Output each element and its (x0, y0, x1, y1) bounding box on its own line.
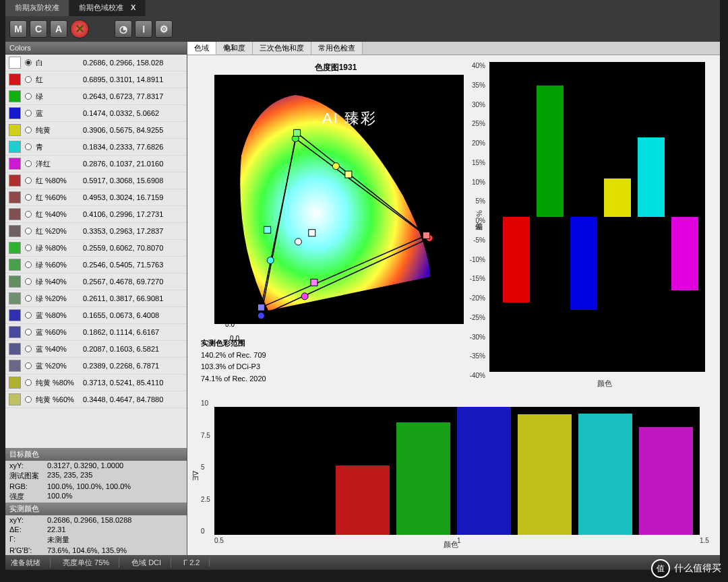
color-name: 红 %20% (36, 226, 79, 236)
color-row[interactable]: 蓝 %60% 0.1862, 0.1114, 6.6167 (5, 324, 187, 341)
measured-rgb-k: R'G'B': (9, 546, 47, 554)
color-row[interactable]: 红 %20% 0.3353, 0.2963, 17.2837 (5, 223, 187, 240)
toolbar-a-button[interactable]: A (50, 20, 67, 38)
color-row[interactable]: 红 %60% 0.4953, 0.3024, 16.7159 (5, 189, 187, 206)
color-row[interactable]: 绿 %60% 0.2546, 0.5405, 71.5763 (5, 257, 187, 273)
color-name: 红 %40% (36, 209, 79, 220)
toolbar-options-icon[interactable]: ⁞ (135, 20, 152, 38)
svg-point-8 (332, 163, 339, 170)
svg-rect-6 (294, 129, 301, 136)
color-row[interactable]: 绿 0.2643, 0.6723, 77.8317 (5, 88, 187, 105)
color-row[interactable]: 红 %40% 0.4106, 0.2996, 17.2731 (5, 206, 187, 223)
color-list[interactable]: 白 0.2686, 0.2966, 158.028 红 0.6895, 0.31… (5, 55, 187, 448)
gamut-info-header: 实测色彩范围 (201, 337, 477, 350)
color-radio[interactable] (25, 278, 32, 285)
color-radio[interactable] (25, 312, 32, 319)
color-radio[interactable] (25, 194, 32, 201)
tab-gamut-label: 前期色域校准 (79, 3, 123, 11)
target-xyY-v: 0.3127, 0.3290, 1.0000 (47, 461, 123, 470)
color-row[interactable]: 蓝 0.1474, 0.0332, 5.0662 (5, 105, 187, 122)
de-bar-洋红 (639, 427, 693, 535)
target-rgb-v: 100.0%, 100.0%, 100.0% (47, 482, 131, 490)
color-row[interactable]: 白 0.2686, 0.2966, 158.028 (5, 55, 187, 71)
color-row[interactable]: 蓝 %40% 0.2087, 0.1603, 6.5821 (5, 341, 187, 358)
color-radio[interactable] (25, 228, 32, 234)
color-swatch (9, 343, 21, 355)
sub-tab-gamut[interactable]: 色域 (187, 42, 216, 55)
cie-chart: 色度图1931 0.00.10.20.30.40.50.60.70.80.9 (194, 62, 477, 385)
color-radio[interactable] (25, 362, 32, 369)
sub-tab-color-check[interactable]: 常用色检查 (311, 42, 363, 55)
color-radio[interactable] (25, 177, 32, 184)
color-swatch (9, 259, 21, 271)
svg-rect-12 (264, 226, 271, 233)
color-values: 0.3448, 0.4647, 84.7880 (83, 395, 183, 403)
color-radio[interactable] (25, 127, 32, 133)
color-row[interactable]: 纯黄 %80% 0.3713, 0.5241, 85.4110 (5, 375, 187, 391)
gamut-dcip3: 103.3% of DCi-P3 (201, 361, 477, 373)
color-name: 纯黄 %60% (36, 395, 79, 405)
color-swatch (9, 124, 21, 136)
target-rgb-k: RGB: (9, 482, 47, 490)
target-pattern-k: 测试图案 (9, 471, 47, 481)
color-radio[interactable] (25, 245, 32, 251)
sub-tab-tri-saturation[interactable]: 三次色饱和度 (253, 42, 311, 55)
color-radio[interactable] (25, 396, 32, 403)
color-radio[interactable] (25, 143, 32, 150)
color-radio[interactable] (25, 110, 32, 117)
color-radio[interactable] (25, 295, 32, 302)
target-pattern-v: 235, 235, 235 (47, 471, 92, 481)
color-values: 0.2686, 0.2966, 158.028 (83, 59, 183, 67)
color-radio[interactable] (25, 160, 32, 167)
tab-grayscale[interactable]: 前期灰阶校准 (5, 0, 69, 16)
color-radio[interactable] (25, 261, 32, 268)
toolbar-m-button[interactable]: M (9, 20, 27, 38)
svg-point-9 (267, 257, 274, 263)
color-swatch (9, 73, 21, 86)
color-row[interactable]: 纯黄 %60% 0.3448, 0.4647, 84.7880 (5, 391, 187, 408)
color-values: 0.2389, 0.2268, 6.7871 (83, 362, 183, 370)
color-radio[interactable] (25, 76, 32, 83)
color-row[interactable]: 洋红 0.2876, 0.1037, 21.0160 (5, 156, 187, 172)
color-name: 青 (36, 142, 79, 152)
color-row[interactable]: 青 0.1834, 0.2333, 77.6826 (5, 139, 187, 156)
color-radio[interactable] (25, 59, 32, 66)
color-name: 蓝 %80% (36, 311, 79, 321)
toolbar-stop-button[interactable]: ✕ (70, 20, 89, 38)
bar-红 (503, 217, 530, 302)
toolbar-c-button[interactable]: C (30, 20, 47, 38)
color-radio[interactable] (25, 211, 32, 218)
color-row[interactable]: 绿 %20% 0.2611, 0.3817, 66.9081 (5, 290, 187, 307)
color-row[interactable]: 红 %80% 0.5917, 0.3068, 15.6908 (5, 172, 187, 189)
color-radio[interactable] (25, 346, 32, 352)
svg-rect-7 (257, 304, 264, 311)
content-area: 色域 饱和度 三次色饱和度 常用色检查 色度图1931 0.00.10.20.3… (187, 42, 720, 555)
toolbar-settings-icon[interactable]: ⚙ (155, 20, 173, 38)
color-swatch (9, 208, 21, 220)
tab-close-icon[interactable]: X (131, 3, 135, 11)
color-row[interactable]: 红 0.6895, 0.3101, 14.8911 (5, 71, 187, 88)
color-row[interactable]: 蓝 %80% 0.1655, 0.0673, 6.4008 (5, 307, 187, 324)
color-radio[interactable] (25, 379, 32, 386)
color-row[interactable]: 绿 %80% 0.2559, 0.6062, 70.8070 (5, 240, 187, 257)
color-radio[interactable] (25, 93, 32, 100)
tab-gamut[interactable]: 前期色域校准 X (69, 0, 146, 16)
color-row[interactable]: 绿 %40% 0.2567, 0.4678, 69.7270 (5, 273, 187, 290)
color-row[interactable]: 纯黄 0.3906, 0.5675, 84.9255 (5, 122, 187, 139)
color-row[interactable]: 蓝 %20% 0.2389, 0.2268, 6.7871 (5, 358, 187, 375)
color-swatch (9, 242, 21, 254)
color-radio[interactable] (25, 329, 32, 335)
svg-rect-5 (423, 232, 430, 238)
gamut-info: 实测色彩范围 140.2% of Rec. 709 103.3% of DCi-… (201, 337, 477, 385)
color-values: 0.2559, 0.6062, 70.8070 (83, 244, 183, 252)
bc2-xlabel: 颜色 (444, 540, 458, 550)
toolbar-timer-icon[interactable]: ◔ (115, 20, 132, 38)
color-values: 0.2087, 0.1603, 6.5821 (83, 345, 183, 353)
color-name: 蓝 %20% (36, 361, 79, 371)
watermark: 值 什么值得买 (651, 559, 721, 578)
sidebar: Colors 白 0.2686, 0.2966, 158.028 红 0.689… (5, 42, 187, 555)
color-name: 蓝 %40% (36, 344, 79, 354)
measured-dE-v: 22.31 (47, 525, 66, 534)
color-name: 绿 (36, 92, 79, 102)
color-name: 洋红 (36, 159, 79, 169)
